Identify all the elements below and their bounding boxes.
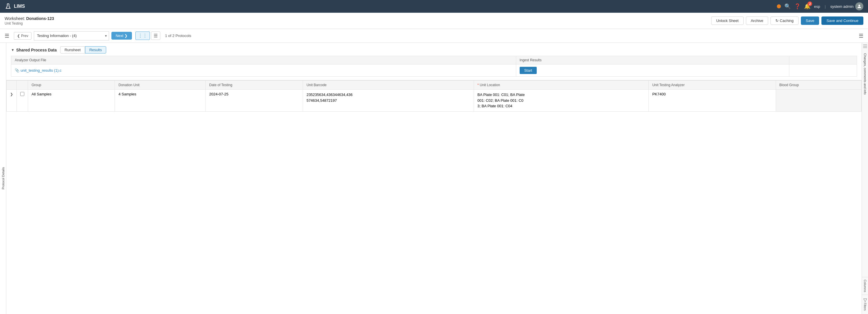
row-checkbox-cell xyxy=(17,90,28,112)
next-button[interactable]: Next ❯ xyxy=(112,32,132,40)
svg-point-0 xyxy=(859,5,860,6)
refresh-icon: ↻ xyxy=(775,19,779,23)
worksheet-actions: Unlock Sheet Archive ↻ Caching Save Save… xyxy=(711,16,863,25)
col-date-testing-header: Date of Testing xyxy=(206,80,303,90)
flask-icon xyxy=(5,3,11,10)
notification-count: 2 xyxy=(808,1,812,6)
cell-unit-testing-analyzer: PK7400 xyxy=(649,90,776,112)
caching-button[interactable]: ↻ Caching xyxy=(771,16,799,25)
spd-table: Analyzer Output File Ingest Results 📎 un… xyxy=(11,56,857,77)
cell-unit-barcode: 235235634,436344634,436574634,54872197 xyxy=(303,90,474,112)
user-menu[interactable]: system admin xyxy=(830,2,863,10)
right-sidebar-toggle[interactable]: ☰ xyxy=(857,32,866,40)
col-unit-barcode-header: Unit Barcode xyxy=(303,80,474,90)
protocol-select-wrapper: Testing Information - (4) ▾ xyxy=(34,31,109,40)
status-dot xyxy=(777,4,781,8)
spd-table-row: 📎 unit_testing_results (1).c Start xyxy=(11,65,857,77)
archive-button[interactable]: Archive xyxy=(746,16,768,25)
user-language[interactable]: esp xyxy=(814,4,820,9)
worksheet-subtitle: Unit Testing xyxy=(5,22,711,26)
col-group-header: Group xyxy=(28,80,115,90)
cell-unit-location: BA Plate 001: C01; BA Plate001: C02; BA … xyxy=(474,90,649,112)
worksheet-name: Donations-123 xyxy=(26,16,54,21)
filters-button[interactable]: ▽ Filters xyxy=(862,294,868,314)
spd-title-text: Shared Process Data xyxy=(16,48,57,53)
app-name: LIMS xyxy=(14,4,25,9)
cell-blood-group xyxy=(776,90,862,112)
protocol-count: 1 of 2 Protocols xyxy=(165,34,191,38)
spd-ingest-cell: Start xyxy=(516,65,789,77)
list-view-button[interactable]: ☰ xyxy=(151,32,160,40)
spd-tab-group: Runsheet Results xyxy=(60,46,106,54)
topbar: LIMS 🔍 ❓ 🔔 2 esp | system admin xyxy=(0,0,868,13)
start-button[interactable]: Start xyxy=(520,67,537,74)
user-name: system admin xyxy=(830,4,854,9)
save-button[interactable]: Save xyxy=(801,16,819,25)
col-blood-group-header: Blood Group xyxy=(776,80,862,90)
row-checkbox[interactable] xyxy=(20,92,24,96)
prev-button[interactable]: ❮ Prev xyxy=(14,32,32,40)
app-logo[interactable]: LIMS xyxy=(5,3,25,10)
worksheet-header: Worksheet: Donations-123 Unit Testing Un… xyxy=(0,13,868,29)
panel-lines xyxy=(862,43,868,50)
chevron-left-icon: ❮ xyxy=(17,34,20,38)
main-area: Protocol Details ▼ Shared Process Data R… xyxy=(0,43,868,314)
spd-header: ▼ Shared Process Data Runsheet Results xyxy=(11,46,857,54)
file-link[interactable]: 📎 unit_testing_results (1).c xyxy=(15,68,513,73)
col-empty-header xyxy=(789,56,857,65)
worksheet-title-group: Worksheet: Donations-123 Unit Testing xyxy=(5,16,711,26)
content-panel: ▼ Shared Process Data Runsheet Results A… xyxy=(6,43,862,314)
attachment-icon: 📎 xyxy=(15,68,20,73)
col-expand-header xyxy=(7,80,17,90)
spd-file-cell: 📎 unit_testing_results (1).c xyxy=(11,65,516,77)
col-unit-location-header: Unit Location xyxy=(474,80,649,90)
nav-group: ❮ Prev xyxy=(14,32,32,40)
divider: | xyxy=(825,4,826,9)
notifications-bell[interactable]: 🔔 2 xyxy=(804,3,810,9)
spd-collapse-icon[interactable]: ▼ xyxy=(11,48,14,52)
spd-table-header-row: Analyzer Output File Ingest Results xyxy=(11,56,857,65)
right-sidebar: Changes, comments and info Columns ▽ Fil… xyxy=(862,43,868,314)
chevron-right-icon: ❯ xyxy=(124,34,128,38)
data-table: Group Donation Unit Date of Testing Unit… xyxy=(6,80,862,112)
data-table-section: Group Donation Unit Date of Testing Unit… xyxy=(6,77,862,112)
view-toggle: ⋮⋮ ☰ xyxy=(135,32,160,40)
protocol-select[interactable]: Testing Information - (4) xyxy=(34,31,109,40)
user-avatar xyxy=(855,2,863,10)
spd-title: ▼ Shared Process Data xyxy=(11,48,57,53)
menu-icon[interactable]: ☰ xyxy=(2,32,11,40)
search-icon[interactable]: 🔍 xyxy=(784,3,791,9)
toolbar: ☰ ❮ Prev Testing Information - (4) ▾ Nex… xyxy=(0,29,868,43)
cell-group: All Samples xyxy=(28,90,115,112)
protocol-details-label: Protocol Details xyxy=(1,167,5,189)
cell-date-testing: 2024-07-25 xyxy=(206,90,303,112)
unlock-sheet-button[interactable]: Unlock Sheet xyxy=(711,16,743,25)
columns-button[interactable]: Columns xyxy=(862,277,868,294)
filters-label: Filters xyxy=(863,303,867,311)
col-analyzer-header: Analyzer Output File xyxy=(11,56,516,65)
tab-runsheet[interactable]: Runsheet xyxy=(60,46,85,54)
spd-empty-cell xyxy=(789,65,857,77)
tab-results[interactable]: Results xyxy=(85,46,106,54)
row-expand-icon[interactable]: ❯ xyxy=(10,92,13,96)
col-unit-testing-analyzer-header: Unit Testing Analyzer xyxy=(649,80,776,90)
save-continue-button[interactable]: Save and Continue xyxy=(822,16,863,25)
grid-view-button[interactable]: ⋮⋮ xyxy=(135,32,150,40)
filter-icon: ▽ xyxy=(863,298,867,303)
file-name: unit_testing_results (1).c xyxy=(21,68,62,73)
data-table-header-row: Group Donation Unit Date of Testing Unit… xyxy=(7,80,862,90)
right-sidebar-bottom: Columns ▽ Filters xyxy=(862,277,868,314)
cell-donation-unit: 4 Samples xyxy=(115,90,206,112)
table-row: ❯ All Samples 4 Samples 2024-07-25 23523… xyxy=(7,90,862,112)
changes-sidebar-label[interactable]: Changes, comments and info xyxy=(863,50,867,98)
col-donation-unit-header: Donation Unit xyxy=(115,80,206,90)
col-checkbox-header xyxy=(17,80,28,90)
row-expand-cell: ❯ xyxy=(7,90,17,112)
col-ingest-header: Ingest Results xyxy=(516,56,789,65)
help-icon[interactable]: ❓ xyxy=(794,3,801,9)
unit-location-text: BA Plate 001: C01; BA Plate001: C02; BA … xyxy=(477,92,645,109)
worksheet-title: Worksheet: Donations-123 xyxy=(5,16,711,21)
protocol-details-sidebar[interactable]: Protocol Details xyxy=(0,43,6,314)
unit-barcode-text: 235235634,436344634,436574634,54872197 xyxy=(306,92,470,103)
shared-process-data-section: ▼ Shared Process Data Runsheet Results A… xyxy=(6,43,862,77)
